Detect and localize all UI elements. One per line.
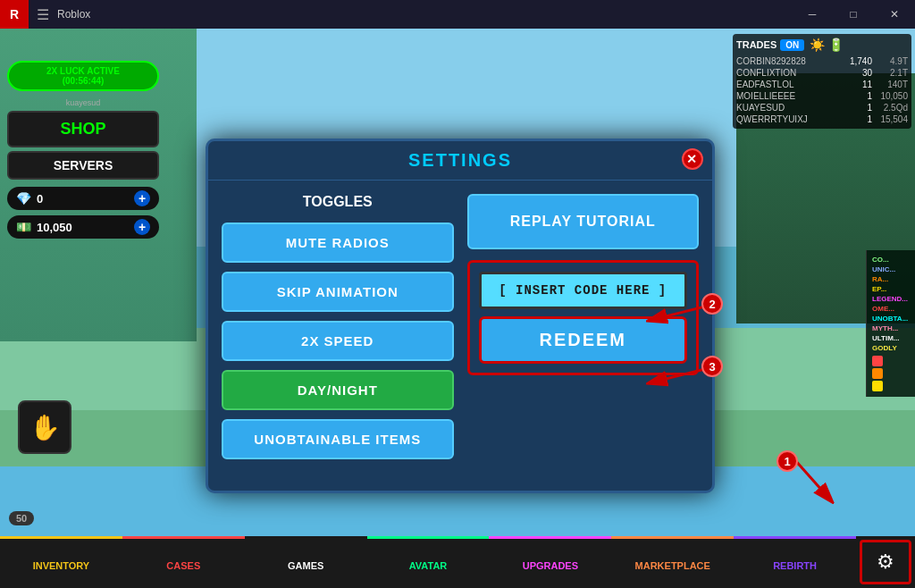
- table-row: QWERRRTYUIXJ 1 15,504: [736, 113, 908, 125]
- trader-name: KUAYESUD: [736, 103, 845, 113]
- trade-val1: 1: [845, 91, 872, 101]
- skip-animation-button[interactable]: SKIP ANIMATION: [222, 272, 454, 312]
- trade-val2: 2.1T: [872, 68, 908, 78]
- trade-val1: 1: [845, 103, 872, 113]
- rarity-panel: CO... UNIC... RA... EP... LEGEND... OME.…: [866, 250, 915, 397]
- modal-header: SETTINGS ✕: [208, 141, 712, 181]
- trade-val2: 2.5Qd: [872, 103, 908, 113]
- trade-val1: 1,740: [845, 56, 872, 66]
- rarity-myth: MYTH...: [872, 324, 910, 332]
- rarity-ultim: ULTIM...: [872, 334, 910, 342]
- trade-val1: 1: [845, 114, 872, 124]
- toggles-title: TOGGLES: [222, 194, 454, 210]
- rarity-list: CO... UNIC... RA... EP... LEGEND... OME.…: [872, 256, 910, 352]
- window-title: Roblox: [57, 8, 792, 21]
- swatch-yellow: [872, 381, 883, 391]
- left-sidebar: 2X LUCK ACTIVE (00:56:44) kuayesud SHOP …: [7, 61, 159, 244]
- annotation-1: 1: [776, 450, 848, 517]
- annotation-3: 3: [634, 356, 723, 404]
- trades-label: TRADES: [736, 39, 776, 50]
- table-row: CORBIN8292828 1,740 4.9T: [736, 55, 908, 67]
- add-cash-button[interactable]: +: [134, 219, 150, 235]
- gear-icon: ⚙: [877, 550, 894, 574]
- tab-cases[interactable]: CASES: [122, 536, 245, 588]
- rarity-unic: UNIC...: [872, 265, 910, 273]
- trade-val2: 4.9T: [872, 56, 908, 66]
- modal-close-button[interactable]: ✕: [682, 148, 703, 170]
- annotation-2-circle: 2: [701, 293, 723, 315]
- servers-button[interactable]: SERVERS: [7, 151, 159, 180]
- trade-val2: 140T: [872, 80, 908, 89]
- table-row: CONFLIXTION 30 2.1T: [736, 67, 908, 79]
- rarity-ome: OME...: [872, 305, 910, 313]
- trader-name: CONFLIXTION: [736, 68, 845, 78]
- rarity-ep: EP...: [872, 285, 910, 293]
- day-night-button[interactable]: DAY/NIGHT: [222, 370, 454, 410]
- trades-panel: TRADES ON ☀️ 🔋 CORBIN8292828 1,740 4.9T …: [733, 34, 911, 129]
- mute-radios-button[interactable]: MUTE RADIOS: [222, 223, 454, 263]
- tab-rebirth[interactable]: REBIRTH: [734, 536, 856, 588]
- annotation-number-2: 2: [701, 293, 723, 315]
- tab-inventory[interactable]: INVENTORY: [0, 536, 122, 588]
- tab-upgrades[interactable]: UPGRADES: [489, 536, 611, 588]
- maximize-button[interactable]: □: [833, 0, 874, 29]
- menu-icon[interactable]: ☰: [29, 0, 57, 29]
- luck-badge: 2X LUCK ACTIVE (00:56:44): [7, 61, 159, 91]
- annotation-number-1: 1: [776, 450, 798, 472]
- svg-line-2: [651, 369, 705, 382]
- svg-line-1: [651, 307, 705, 320]
- toggles-column: TOGGLES MUTE RADIOS SKIP ANIMATION 2X SP…: [222, 194, 454, 459]
- swatch-red: [872, 356, 883, 366]
- trade-val2: 15,504: [872, 114, 908, 124]
- tab-avatar[interactable]: AVATAR: [367, 536, 490, 588]
- speed-2x-button[interactable]: 2X SPEED: [222, 321, 454, 361]
- table-row: EADFASTLOL 11 140T: [736, 79, 908, 90]
- luck-line2: (00:56:44): [20, 76, 147, 86]
- cash-value: 10,050: [37, 221, 129, 234]
- luck-line1: 2X LUCK ACTIVE: [20, 66, 147, 76]
- hand-icon: ✋: [18, 400, 71, 454]
- rarity-ra: RA...: [872, 275, 910, 283]
- annotation-1-circle: 1: [776, 450, 798, 472]
- player-name: kuayesud: [7, 98, 159, 107]
- add-diamond-button[interactable]: +: [134, 190, 150, 206]
- shop-button[interactable]: SHOP: [7, 111, 159, 147]
- cash-currency: 💵 10,050 +: [7, 215, 159, 239]
- tab-marketplace[interactable]: MARKETPLACE: [611, 536, 734, 588]
- diamond-currency: 💎 0 +: [7, 187, 159, 210]
- replay-tutorial-button[interactable]: REPLAY TUTORIAL: [467, 194, 700, 249]
- trade-val2: 10,050: [872, 91, 908, 101]
- trade-val1: 30: [845, 68, 872, 78]
- table-row: MOIELLIEEEE 1 10,050: [736, 90, 908, 102]
- trader-name: EADFASTLOL: [736, 80, 845, 89]
- window-controls: ─ □ ✕: [792, 0, 915, 29]
- rarity-unobt: UNOBTA...: [872, 315, 910, 323]
- unobtainable-button[interactable]: UNOBTAINABLE ITEMS: [222, 419, 454, 459]
- close-button[interactable]: ✕: [874, 0, 915, 29]
- taskbar: INVENTORY CASES GAMES AVATAR UPGRADES MA…: [0, 536, 915, 588]
- trader-name: CORBIN8292828: [736, 56, 845, 66]
- trader-name: MOIELLIEEEE: [736, 91, 845, 101]
- hand-area: ✋ 50: [9, 511, 34, 525]
- trades-header: TRADES ON ☀️ 🔋: [736, 38, 908, 52]
- diamond-value: 0: [37, 192, 129, 206]
- diamond-icon: 💎: [16, 191, 31, 206]
- tab-games[interactable]: GAMES: [245, 536, 367, 588]
- cash-icon: 💵: [16, 220, 31, 234]
- annotation-2: 2: [634, 293, 723, 341]
- annotation-number-3: 3: [701, 356, 723, 377]
- color-swatches: [872, 356, 910, 391]
- trader-name: QWERRRTYUIXJ: [736, 114, 845, 124]
- minimize-button[interactable]: ─: [792, 0, 833, 29]
- trades-on-badge: ON: [780, 39, 804, 51]
- settings-gear-button[interactable]: ⚙: [860, 540, 911, 584]
- trade-val1: 11: [845, 80, 872, 89]
- battery-icon: 🔋: [828, 38, 844, 52]
- gem-count: 50: [9, 511, 34, 525]
- rarity-godly: GODLY: [872, 344, 910, 352]
- titlebar: R ☰ Roblox ─ □ ✕: [0, 0, 915, 29]
- modal-title: SETTINGS: [408, 150, 512, 170]
- table-row: KUAYESUD 1 2.5Qd: [736, 102, 908, 113]
- swatch-orange: [872, 368, 883, 379]
- rarity-legend: LEGEND...: [872, 295, 910, 303]
